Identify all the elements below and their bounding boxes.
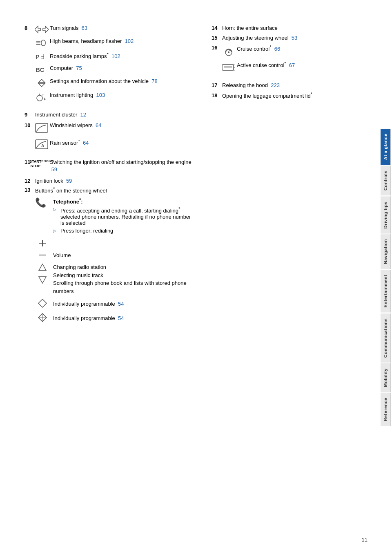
rain-sensor-page[interactable]: 64 <box>83 140 89 146</box>
rain-sensor-text: Rain sensor* 64 <box>50 138 195 147</box>
section-number-16: 16 <box>212 44 220 51</box>
active-cruise-page[interactable]: 67 <box>289 62 295 68</box>
rain-sensor-icon: A <box>33 138 50 150</box>
horn-text: Horn: the entire surface <box>222 25 278 31</box>
instrument-lighting-page[interactable]: 103 <box>96 92 105 98</box>
section-number-8: 8 <box>24 25 33 31</box>
active-cruise-text: Active cruise control* 67 <box>237 60 367 69</box>
prog-diamond-2-icon <box>35 313 50 324</box>
volume-minus-icon <box>35 252 50 258</box>
sidebar-tab-controls[interactable]: Controls <box>381 166 391 195</box>
section-8: 8 Turn signal <box>24 25 195 106</box>
svg-line-35 <box>234 64 235 65</box>
section-number-18: 18 <box>212 92 220 98</box>
up-arrow-icon <box>37 263 48 273</box>
section-number-12: 12 <box>24 177 33 184</box>
section-10: 10 Windshield wipers 64 <box>24 122 195 154</box>
svg-marker-24 <box>39 277 46 283</box>
svg-text:A: A <box>41 143 44 148</box>
rain-sensor-row: A Rain sensor* 64 <box>33 138 195 150</box>
active-cruise-icon <box>220 60 237 73</box>
bullet-arrow-2: ▷ <box>53 228 58 233</box>
instrument-cluster-page[interactable]: 12 <box>80 112 86 118</box>
prog-diamond-1-icon <box>35 298 50 309</box>
hood-page[interactable]: 223 <box>271 82 280 88</box>
high-beam-icon <box>33 38 50 47</box>
volume-icon <box>35 239 50 249</box>
telephone-bullet-2: ▷ Press longer: redialing <box>53 228 195 234</box>
prog-1-text: Individually programmable 54 <box>53 301 124 307</box>
high-beams-text: High beams, headlamp flasher 102 <box>50 38 195 45</box>
section-number-9: 9 <box>24 111 33 118</box>
section-9: 9 Instrument cluster 12 <box>24 111 195 118</box>
settings-text: Settings and information about the vehic… <box>50 78 195 85</box>
section-16: 16 <box>212 44 367 77</box>
high-beams-row: High beams, headlamp flasher 102 <box>33 38 195 47</box>
telephone-icon: 📞 <box>35 197 50 208</box>
svg-rect-2 <box>41 40 45 46</box>
hood-text: Releasing the hood 223 <box>222 82 280 88</box>
settings-arrows-icon <box>33 78 50 87</box>
prog-2-page[interactable]: 54 <box>118 315 124 321</box>
sidebar-tab-navigation[interactable]: Navigation <box>381 234 391 269</box>
start-stop-page[interactable]: 59 <box>51 166 57 172</box>
instrument-lighting-icon: ✦ <box>33 92 50 102</box>
right-column: 14 Horn: the entire surface 15 Adjusting… <box>212 25 367 539</box>
cruise-control-page[interactable]: 66 <box>274 46 280 52</box>
prog-1-page[interactable]: 54 <box>118 301 124 307</box>
settings-row: Settings and information about the vehic… <box>33 78 195 87</box>
ignition-lock-page[interactable]: 59 <box>66 178 72 184</box>
computer-bc-icon: BC <box>33 65 50 74</box>
turn-signals-row: Turn signals 63 <box>33 25 195 34</box>
svg-marker-25 <box>38 299 47 307</box>
section-number-15: 15 <box>212 34 220 41</box>
telephone-bullet-1-text: Press: accepting and ending a call, star… <box>60 206 195 226</box>
sidebar-tab-at-a-glance[interactable]: At a glance <box>381 129 391 165</box>
parking-lamps-page[interactable]: 102 <box>111 53 120 59</box>
cruise-control-text: Cruise control* 66 <box>237 44 367 53</box>
telephone-bullet-1: ▷ Press: accepting and ending a call, st… <box>53 206 195 226</box>
high-beams-page[interactable]: 102 <box>125 38 134 44</box>
section-17: 17 Releasing the hood 223 <box>212 82 367 88</box>
sidebar-tab-driving-tips[interactable]: Driving tips <box>381 197 391 234</box>
active-cruise-row: Active cruise control* 67 <box>220 60 367 73</box>
steering-adjust-page[interactable]: 53 <box>292 35 297 41</box>
radio-text: Changing radio station Selecting music t… <box>53 263 195 295</box>
steering-adjust-text: Adjusting the steering wheel 53 <box>222 35 297 41</box>
computer-row: BC Computer 75 <box>33 65 195 74</box>
section-13: 13 Buttons* on the steering wheel 📞 Tele… <box>24 186 195 327</box>
turn-signals-page[interactable]: 63 <box>82 25 87 31</box>
sidebar: At a glance Controls Driving tips Naviga… <box>379 0 392 555</box>
wiper-icon <box>33 122 50 134</box>
bullet-arrow-1: ▷ <box>53 207 58 212</box>
svg-point-12 <box>37 95 42 101</box>
svg-marker-11 <box>38 83 45 87</box>
section-15: 15 Adjusting the steering wheel 53 <box>212 34 367 41</box>
sidebar-tab-reference[interactable]: Reference <box>381 393 391 426</box>
telephone-label: Telephone*: <box>53 197 195 205</box>
section-14: 14 Horn: the entire surface <box>212 25 367 31</box>
svg-rect-17 <box>36 123 48 132</box>
computer-page[interactable]: 75 <box>76 65 82 71</box>
settings-page[interactable]: 78 <box>151 78 157 84</box>
svg-point-30 <box>228 51 229 53</box>
parking-lamps-text: Roadside parking lamps* 102 <box>50 51 195 60</box>
sidebar-tab-mobility[interactable]: Mobility <box>381 363 391 392</box>
turn-signals-text: Turn signals 63 <box>50 25 195 32</box>
steering-buttons-text: Buttons* on the steering wheel <box>35 186 195 194</box>
svg-rect-32 <box>222 65 234 70</box>
page-number: 11 <box>362 537 368 543</box>
parking-lamps-row: P ⊂ Roadside parking lamps* 102 <box>33 51 195 60</box>
down-arrow-icon <box>37 275 48 285</box>
sidebar-tab-communications[interactable]: Communications <box>381 313 391 363</box>
wiper-page[interactable]: 64 <box>96 122 101 128</box>
wiper-row: Windshield wipers 64 <box>33 122 195 134</box>
section-number-10: 10 <box>24 122 33 128</box>
start-stop-text: Switching the ignition on/off and starti… <box>50 159 195 173</box>
section-number-13: 13 <box>24 186 33 193</box>
sidebar-tab-entertainment[interactable]: Entertainment <box>381 270 391 312</box>
section-18: 18 Opening the luggage compartment lid* <box>212 92 367 99</box>
prog-2-text: Individually programmable 54 <box>53 315 124 321</box>
svg-marker-23 <box>39 264 46 271</box>
svg-marker-1 <box>43 26 49 33</box>
